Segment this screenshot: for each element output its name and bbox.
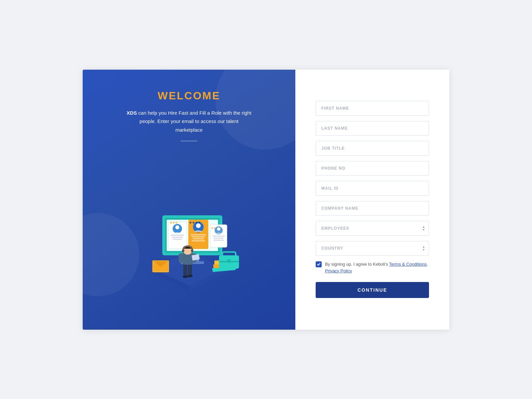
employees-select-wrapper: EMPLOYEES 1-10 11-50 51-200 201-500 500+… xyxy=(316,221,429,236)
country-select-wrapper: COUNTRY United States United Kingdom Can… xyxy=(316,241,429,256)
svg-rect-19 xyxy=(192,236,205,237)
mail-id-field xyxy=(316,181,429,196)
privacy-link[interactable]: Privacy Policy xyxy=(325,268,352,273)
svg-rect-18 xyxy=(191,234,206,235)
last-name-field xyxy=(316,121,429,136)
form-container: EMPLOYEES 1-10 11-50 51-200 201-500 500+… xyxy=(316,101,429,298)
svg-rect-30 xyxy=(183,264,187,277)
svg-rect-31 xyxy=(188,264,192,276)
brand-name: XDS xyxy=(127,110,137,116)
divider xyxy=(181,141,197,141)
job-title-input[interactable] xyxy=(316,141,429,156)
svg-text:★★★: ★★★ xyxy=(170,221,178,224)
svg-point-32 xyxy=(183,275,188,278)
continue-button[interactable]: CONTINUE xyxy=(316,282,429,298)
country-select[interactable]: COUNTRY United States United Kingdom Can… xyxy=(316,241,429,256)
job-title-field xyxy=(316,141,429,156)
svg-rect-28 xyxy=(214,240,224,241)
employees-field: EMPLOYEES 1-10 11-50 51-200 201-500 500+… xyxy=(316,221,429,236)
last-name-input[interactable] xyxy=(316,121,429,136)
welcome-title: WELCOME xyxy=(158,90,220,102)
first-name-field xyxy=(316,101,429,116)
left-panel: WELCOME XDS can help you Hire Fast and F… xyxy=(83,70,295,330)
svg-rect-20 xyxy=(193,238,204,239)
company-name-field xyxy=(316,201,429,216)
svg-rect-35 xyxy=(179,253,183,263)
description-text: can help you Hire Fast and Fill a Role w… xyxy=(138,110,251,133)
svg-point-33 xyxy=(187,275,193,277)
svg-rect-38 xyxy=(182,249,184,252)
illustration-area: ★★★ ★★★★ ★★ xyxy=(96,155,282,316)
right-panel: EMPLOYEES 1-10 11-50 51-200 201-500 500+… xyxy=(295,70,449,330)
main-container: WELCOME XDS can help you Hire Fast and F… xyxy=(83,70,449,330)
svg-rect-26 xyxy=(213,236,225,237)
mail-id-input[interactable] xyxy=(316,181,429,196)
svg-rect-13 xyxy=(173,239,182,240)
terms-checkbox-row: By signing up, I agree to Keboli's Terms… xyxy=(316,261,429,274)
hero-illustration: ★★★ ★★★★ ★★ xyxy=(119,175,259,295)
employees-select[interactable]: EMPLOYEES 1-10 11-50 51-200 201-500 500+ xyxy=(316,221,429,236)
company-name-input[interactable] xyxy=(316,201,429,216)
terms-checkbox[interactable] xyxy=(316,261,322,267)
svg-point-25 xyxy=(217,227,220,231)
terms-link[interactable]: Terms & Conditions xyxy=(389,262,427,267)
svg-text:★★★★: ★★★★ xyxy=(189,221,201,224)
svg-point-10 xyxy=(175,225,179,229)
checkmark-icon xyxy=(317,262,321,266)
svg-rect-39 xyxy=(191,249,193,252)
svg-rect-11 xyxy=(171,235,184,236)
welcome-description: XDS can help you Hire Fast and Fill a Ro… xyxy=(126,109,252,134)
first-name-input[interactable] xyxy=(316,101,429,116)
svg-text:★★: ★★ xyxy=(211,227,216,230)
phone-no-field xyxy=(316,161,429,176)
terms-label: By signing up, I agree to Keboli's Terms… xyxy=(325,261,429,274)
svg-rect-12 xyxy=(172,237,183,238)
country-field: COUNTRY United States United Kingdom Can… xyxy=(316,241,429,256)
svg-rect-21 xyxy=(192,240,205,241)
phone-no-input[interactable] xyxy=(316,161,429,176)
svg-rect-50 xyxy=(227,259,231,263)
svg-rect-27 xyxy=(214,238,224,239)
